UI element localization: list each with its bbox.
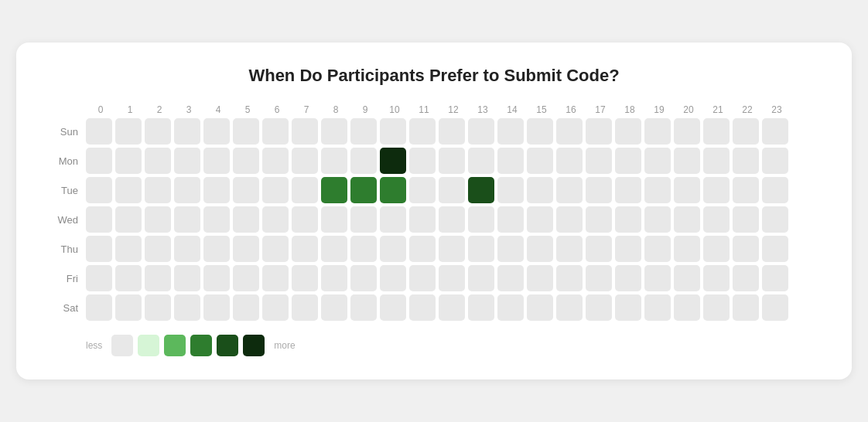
cell (703, 236, 730, 262)
legend-swatch-2 (164, 335, 186, 356)
cell (262, 206, 289, 233)
cell (497, 118, 524, 145)
cell (644, 118, 671, 145)
hour-label: 11 (409, 104, 439, 115)
cell (145, 177, 171, 203)
hour-label: 0 (86, 104, 115, 115)
cell (497, 236, 524, 262)
cell (174, 294, 200, 321)
cell (174, 236, 200, 262)
cell (115, 177, 142, 203)
grid-row-sat: Sat (47, 294, 821, 321)
cell (321, 236, 347, 262)
hour-labels: 01234567891011121314151617181920212223 (86, 104, 821, 115)
day-label-thu: Thu (47, 243, 86, 255)
cell (350, 294, 377, 321)
cell (86, 265, 112, 291)
hour-label: 1 (115, 104, 145, 115)
cell (703, 265, 730, 291)
cell (468, 118, 494, 145)
cell (556, 118, 583, 145)
cell (439, 236, 465, 262)
cell (556, 148, 583, 174)
cell (527, 148, 553, 174)
cell (292, 236, 318, 262)
cell (497, 148, 524, 174)
cell (703, 148, 730, 174)
cell (497, 294, 524, 321)
cell (644, 265, 671, 291)
cell (439, 265, 465, 291)
cell (262, 148, 289, 174)
cell (115, 206, 142, 233)
grid-row-mon: Mon (47, 148, 821, 174)
cell (762, 236, 788, 262)
cell (233, 206, 259, 233)
cell (733, 236, 759, 262)
cell (380, 294, 406, 321)
cell (409, 236, 436, 262)
cell (497, 265, 524, 291)
cell (409, 265, 436, 291)
cell (409, 294, 436, 321)
cell (762, 294, 788, 321)
cells-mon (86, 148, 788, 174)
hour-label: 16 (556, 104, 586, 115)
cells-thu (86, 236, 788, 262)
cell (586, 294, 612, 321)
cell (556, 177, 583, 203)
hour-label: 22 (733, 104, 762, 115)
cell (380, 206, 406, 233)
cell (468, 236, 494, 262)
cell (292, 294, 318, 321)
hour-label: 18 (615, 104, 644, 115)
cell (145, 148, 171, 174)
cell (439, 294, 465, 321)
hour-label: 19 (644, 104, 674, 115)
cell (615, 148, 641, 174)
cell (174, 148, 200, 174)
cell (86, 294, 112, 321)
cell (733, 265, 759, 291)
hour-label: 20 (674, 104, 703, 115)
cell (262, 177, 289, 203)
cell (145, 236, 171, 262)
cell (115, 265, 142, 291)
hour-label: 21 (703, 104, 733, 115)
hour-label: 5 (233, 104, 262, 115)
cell (674, 265, 700, 291)
legend-swatch-1 (138, 335, 159, 356)
hour-label: 10 (380, 104, 409, 115)
cell (350, 236, 377, 262)
cell (350, 206, 377, 233)
cell (233, 265, 259, 291)
cell (292, 206, 318, 233)
cell (615, 206, 641, 233)
cell (86, 206, 112, 233)
cell (409, 206, 436, 233)
cell (644, 148, 671, 174)
legend-swatch-5 (243, 335, 265, 356)
cell (586, 148, 612, 174)
cell (615, 294, 641, 321)
cell (527, 236, 553, 262)
cell (762, 206, 788, 233)
cell (468, 177, 494, 203)
hour-label: 23 (762, 104, 791, 115)
day-label-sat: Sat (47, 302, 86, 314)
cell (586, 206, 612, 233)
hour-label: 8 (321, 104, 350, 115)
cell (321, 265, 347, 291)
cell (703, 206, 730, 233)
cell (468, 265, 494, 291)
grid-rows: SunMonTueWedThuFriSat (47, 118, 821, 321)
cell (233, 177, 259, 203)
cell (203, 118, 230, 145)
cell (115, 236, 142, 262)
hour-label: 9 (350, 104, 380, 115)
cell (703, 118, 730, 145)
cell (644, 294, 671, 321)
cells-wed (86, 206, 788, 233)
cell (409, 148, 436, 174)
cell (703, 294, 730, 321)
